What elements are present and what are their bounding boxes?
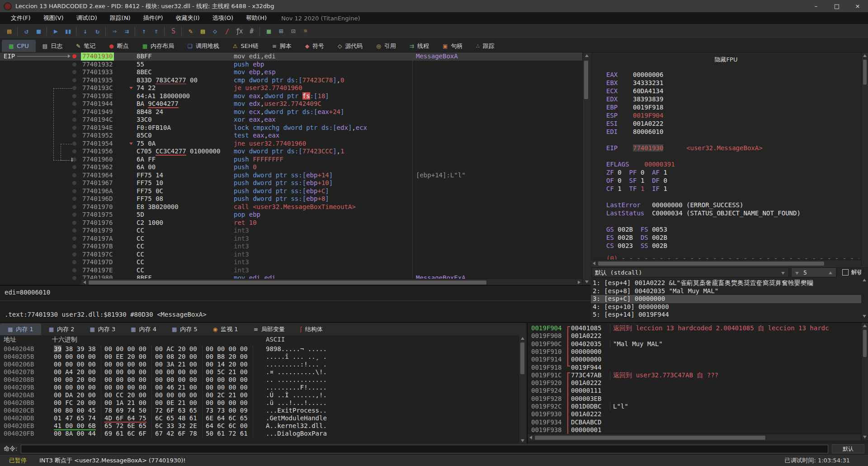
stack-row[interactable]: 0019F91400000000 <box>528 356 861 363</box>
disasm-row[interactable]: 774019606A FFpush FFFFFFFF <box>0 156 582 164</box>
help-icon[interactable]: ☼ <box>299 26 311 37</box>
disasm-address[interactable]: 77401960 <box>82 156 113 164</box>
disasm-row[interactable]: 7740197ACCint3 <box>0 235 582 243</box>
counter-icon[interactable]: # <box>245 26 257 37</box>
row-dot-icon[interactable] <box>72 260 76 264</box>
argument-row[interactable]: 5: [esp+14] 0019F944 <box>593 311 864 319</box>
argument-row[interactable]: 2: [esp+8] 00402035 "Mal Muy MAL" <box>593 287 864 295</box>
row-dot-icon[interactable] <box>72 149 76 153</box>
register-row[interactable]: ZF 0 PF 0 AF 1 <box>606 168 675 176</box>
flag-value[interactable]: 002B <box>652 242 667 249</box>
calling-convention-dropdown[interactable]: 默认 (stdcall) <box>592 267 789 277</box>
flag-value[interactable]: 002B <box>618 226 633 233</box>
disasm-address[interactable]: 77401935 <box>82 76 113 85</box>
tab-调用堆栈[interactable]: ❏调用堆栈 <box>181 40 226 52</box>
tab-CPU[interactable]: ▦CPU <box>2 40 36 52</box>
comment-icon[interactable]: ▤ <box>196 26 208 37</box>
register-value[interactable]: 001A0222 <box>633 120 663 127</box>
stack-view[interactable]: 0019F90400401085返回到 leccion 13 hardcoded… <box>527 323 861 444</box>
register-value[interactable]: 00000000 (ERROR_SUCCESS) <box>652 201 743 209</box>
argument-row[interactable]: 4: [esp+10] 00000000 <box>593 303 864 311</box>
menu-item-H[interactable]: 帮助(H) <box>240 12 273 24</box>
stack-hscroll-thumb[interactable] <box>535 436 765 440</box>
disasm-address[interactable]: 7740197A <box>82 235 113 243</box>
row-dot-icon[interactable] <box>72 78 76 82</box>
dump-tab-内存 3[interactable]: ▦内存 3 <box>82 323 123 335</box>
tab-内存布局[interactable]: ▦内存布局 <box>136 40 181 52</box>
disasm-address[interactable]: 7740197E <box>82 266 113 275</box>
dump-row[interactable]: 0040204B39 38 39 3800 00 00 0000 AC 20 0… <box>0 345 518 353</box>
stack-row[interactable]: 0019F9180019F944 <box>528 364 861 371</box>
register-value[interactable]: 0019F904 <box>633 112 663 119</box>
registers-view[interactable]: 隐藏FPU (0) - - - - - - - - - - - - - - - … <box>591 52 861 267</box>
flag-value[interactable]: 1 <box>641 177 644 184</box>
menu-item-N[interactable]: 跟踪(N) <box>104 12 137 24</box>
disasm-address[interactable]: 77401967 <box>82 179 113 187</box>
row-dot-icon[interactable] <box>72 237 76 241</box>
argument-count-spinner[interactable]: 5 <box>791 267 836 277</box>
flag-value[interactable]: 1 <box>663 185 667 192</box>
disassembly-view[interactable]: EIP774019308BFFmov edi,ediMessageBoxA774… <box>0 52 590 285</box>
registers-vscrollbar[interactable] <box>861 52 868 267</box>
tab-脚本[interactable]: ≡脚本 <box>265 40 298 52</box>
row-dot-icon[interactable] <box>72 110 76 114</box>
breakpoint-icon[interactable] <box>72 54 76 58</box>
disasm-address[interactable]: 77401954 <box>82 140 113 148</box>
run-to-user-code-icon[interactable]: ⇉ <box>120 26 132 37</box>
disasm-address[interactable]: 77401933 <box>82 68 113 76</box>
stack-row[interactable]: 0019F90C00402035"Mal Muy MAL" <box>528 340 861 348</box>
register-row[interactable]: EAX 00000006 <box>606 71 663 79</box>
disasm-row[interactable]: 7740195285C0test eax,eax <box>0 132 582 140</box>
minimize-button[interactable]: – <box>806 0 826 12</box>
step-into-icon[interactable]: ↓ <box>79 26 91 37</box>
stack-row[interactable]: 0019F92400000111 <box>528 387 861 395</box>
registers-hscroll-thumb[interactable] <box>598 262 824 266</box>
disasm-address[interactable]: 7740196D <box>82 195 113 203</box>
disasm-address[interactable]: 7740194E <box>82 124 113 132</box>
disasm-row[interactable]: 7740197ECCint3 <box>0 266 582 275</box>
disasm-row[interactable]: 77401956C705 CC3C4277 01000000mov dword … <box>0 147 582 156</box>
disasm-row[interactable]: 77401944BA 9C404277mov edx,user32.774240… <box>0 100 582 108</box>
register-row[interactable]: CS 0023 SS 002B <box>606 242 675 250</box>
disasm-row[interactable]: 7740193C74 22je user32.77401960 <box>0 84 582 92</box>
register-row[interactable]: ESI 001A0222 <box>606 119 663 128</box>
run-icon[interactable]: ▶ <box>49 26 61 37</box>
register-value[interactable]: 00000391 <box>644 161 675 168</box>
dump-row[interactable]: 004020FB00 8A 00 4469 61 6C 6F67 42 6F 7… <box>0 430 518 437</box>
stack-row[interactable]: 0019F934DCBAABCD <box>528 418 861 426</box>
register-row[interactable]: EBP 0019F918 <box>606 103 663 111</box>
flag-value[interactable]: 0 <box>641 169 644 176</box>
disasm-address[interactable]: 77401944 <box>82 100 113 108</box>
disasm-row[interactable]: 77401967FF75 10push dword ptr ss:[ebp+10… <box>0 179 582 187</box>
maximize-button[interactable]: □ <box>826 0 847 12</box>
stack-row[interactable]: 0019F920001A0222 <box>528 379 861 387</box>
disasm-address[interactable]: 77401949 <box>82 108 113 116</box>
stack-row[interactable]: 0019F928000003EB <box>528 395 861 403</box>
tab-符号[interactable]: ◆符号 <box>298 40 331 52</box>
register-row[interactable]: EDI 80006010 <box>606 128 663 136</box>
row-dot-icon[interactable] <box>72 189 76 193</box>
row-dot-icon[interactable] <box>72 276 76 280</box>
flag-value[interactable]: 0 <box>618 177 621 184</box>
dump-row[interactable]: 004020CB00 80 00 4578 69 74 5072 6F 63 6… <box>0 407 518 414</box>
registers-vscroll-thumb[interactable] <box>863 60 867 85</box>
register-row[interactable]: LastError 00000000 (ERROR_SUCCESS) <box>606 201 743 209</box>
menu-item-I[interactable]: 收藏夹(I) <box>170 12 206 24</box>
tab-笔记[interactable]: ✎笔记 <box>69 40 102 52</box>
dump-row[interactable]: 0040208B00 00 20 0000 00 00 0000 00 00 0… <box>0 376 518 384</box>
row-dot-icon[interactable] <box>72 173 76 177</box>
flag-value[interactable]: 0 <box>618 169 621 176</box>
disasm-address[interactable]: 7740196A <box>82 187 113 195</box>
open-file-icon[interactable]: ▤ <box>3 26 15 37</box>
flag-value[interactable]: 002B <box>652 234 667 241</box>
dump-row[interactable]: 0040207B00 A4 20 0000 00 00 0000 00 00 0… <box>0 368 518 376</box>
dump-row[interactable]: 0040205B00 00 00 0000 EE 20 0000 08 20 0… <box>0 353 518 361</box>
disasm-row[interactable]: 7740194EF0:0FB10Alock cmpxchg dword ptr … <box>0 124 582 132</box>
disasm-address[interactable]: 77401956 <box>82 147 113 156</box>
disasm-row[interactable]: 7740195475 0Ajne user32.77401960 <box>0 140 582 148</box>
register-row[interactable]: ECX 60DA4134 <box>606 87 663 95</box>
dump-vscroll-thumb[interactable] <box>520 342 524 374</box>
disasm-row[interactable]: 77401964FF75 14push dword ptr ss:[ebp+14… <box>0 171 582 180</box>
flag-value[interactable]: 002B <box>618 234 633 241</box>
unlock-checkbox[interactable]: 解锁 <box>842 267 863 277</box>
